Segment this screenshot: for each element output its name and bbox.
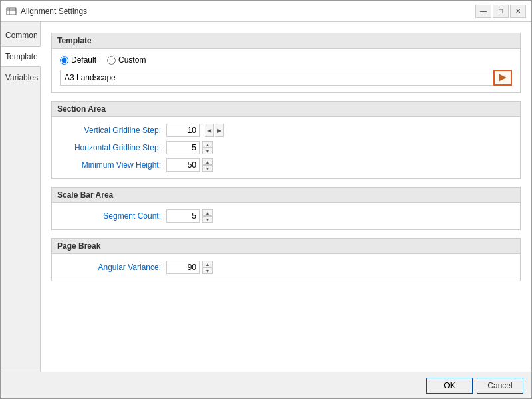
title-bar-left: Alignment Settings xyxy=(6,6,87,17)
vertical-gridline-row: Vertical Gridline Step: ◀ ▶ xyxy=(60,124,512,137)
angular-variance-label: Angular Variance: xyxy=(60,263,166,272)
scale-bar-header: Scale Bar Area xyxy=(51,187,521,203)
window-icon xyxy=(6,6,17,17)
cancel-button[interactable]: Cancel xyxy=(477,378,523,394)
template-value-input[interactable] xyxy=(60,70,493,86)
radio-custom-text: Custom xyxy=(118,55,146,65)
window-title: Alignment Settings xyxy=(21,7,87,16)
segment-count-up[interactable]: ▲ xyxy=(202,209,213,216)
horizontal-gridline-arrows: ▲ ▼ xyxy=(202,141,213,154)
page-break-body: Angular Variance: ▲ ▼ xyxy=(51,254,521,281)
radio-custom[interactable] xyxy=(107,56,116,65)
radio-default-label[interactable]: Default xyxy=(60,55,96,65)
main-content: Template Default Custom xyxy=(41,22,531,372)
vertical-gridline-right[interactable]: ▶ xyxy=(215,124,224,137)
horizontal-gridline-input[interactable] xyxy=(166,141,200,154)
min-view-height-row: Minimum View Height: ▲ ▼ xyxy=(60,158,512,172)
minimize-button[interactable]: — xyxy=(475,5,491,18)
angular-variance-spin: ▲ ▼ xyxy=(166,261,213,274)
vertical-gridline-input[interactable] xyxy=(166,124,200,137)
vertical-gridline-left[interactable]: ◀ xyxy=(205,124,214,137)
template-radio-group: Default Custom xyxy=(60,55,512,65)
angular-variance-row: Angular Variance: ▲ ▼ xyxy=(60,261,512,274)
min-view-height-input[interactable] xyxy=(166,158,200,172)
horizontal-gridline-up[interactable]: ▲ xyxy=(202,141,213,148)
tab-template[interactable]: Template xyxy=(1,46,41,67)
page-break-header: Page Break xyxy=(51,238,521,254)
radio-default-text: Default xyxy=(71,55,96,65)
horizontal-gridline-spin: ▲ ▼ xyxy=(166,141,213,154)
template-value-row xyxy=(60,70,512,86)
min-view-height-down[interactable]: ▼ xyxy=(202,165,213,172)
tab-common[interactable]: Common xyxy=(1,25,40,46)
alignment-settings-window: Alignment Settings — □ ✕ Common Template… xyxy=(0,0,532,399)
horizontal-gridline-down[interactable]: ▼ xyxy=(202,148,213,154)
segment-count-input[interactable] xyxy=(166,209,200,223)
vertical-gridline-spin: ◀ ▶ xyxy=(166,124,224,137)
scale-bar-body: Segment Count: ▲ ▼ xyxy=(51,203,521,230)
segment-count-row: Segment Count: ▲ ▼ xyxy=(60,209,512,223)
radio-default[interactable] xyxy=(60,56,68,65)
vertical-gridline-lr: ◀ ▶ xyxy=(205,124,224,137)
title-bar-controls: — □ ✕ xyxy=(475,5,526,18)
radio-custom-label[interactable]: Custom xyxy=(107,55,146,65)
vertical-gridline-label: Vertical Gridline Step: xyxy=(60,126,166,135)
template-section-header: Template xyxy=(51,33,521,49)
template-section-body: Default Custom xyxy=(51,49,521,93)
svg-rect-0 xyxy=(7,8,16,15)
maximize-button[interactable]: □ xyxy=(493,5,509,18)
segment-count-label: Segment Count: xyxy=(60,211,166,221)
segment-count-arrows: ▲ ▼ xyxy=(202,209,213,223)
min-view-height-arrows: ▲ ▼ xyxy=(202,158,213,172)
sidebar: Common Template Variables xyxy=(1,22,41,372)
close-button[interactable]: ✕ xyxy=(510,5,526,18)
title-bar: Alignment Settings — □ ✕ xyxy=(1,1,531,22)
footer: OK Cancel xyxy=(1,372,531,398)
min-view-height-spin: ▲ ▼ xyxy=(166,158,213,172)
tab-variables[interactable]: Variables xyxy=(1,67,40,88)
svg-marker-3 xyxy=(499,74,506,81)
min-view-height-up[interactable]: ▲ xyxy=(202,158,213,165)
ok-button[interactable]: OK xyxy=(426,378,473,394)
horizontal-gridline-label: Horizontal Gridline Step: xyxy=(60,143,166,152)
window-body: Common Template Variables Template Defau… xyxy=(1,22,531,372)
min-view-height-label: Minimum View Height: xyxy=(60,160,166,170)
section-area-header: Section Area xyxy=(51,101,521,117)
angular-variance-up[interactable]: ▲ xyxy=(202,261,213,267)
angular-variance-input[interactable] xyxy=(166,261,200,274)
angular-variance-arrows: ▲ ▼ xyxy=(202,261,213,274)
section-area-body: Vertical Gridline Step: ◀ ▶ Horizontal G… xyxy=(51,117,521,179)
template-browse-button[interactable] xyxy=(493,70,512,86)
horizontal-gridline-row: Horizontal Gridline Step: ▲ ▼ xyxy=(60,141,512,154)
angular-variance-down[interactable]: ▼ xyxy=(202,267,213,274)
segment-count-down[interactable]: ▼ xyxy=(202,216,213,223)
segment-count-spin: ▲ ▼ xyxy=(166,209,213,223)
